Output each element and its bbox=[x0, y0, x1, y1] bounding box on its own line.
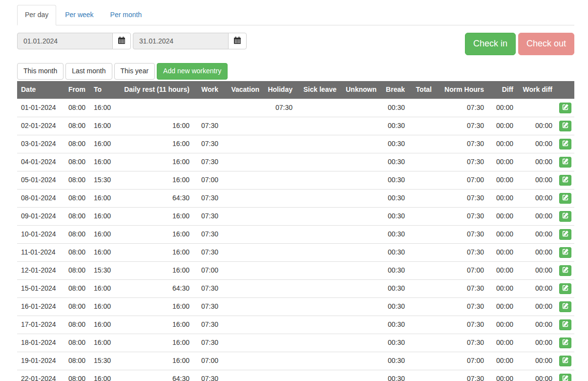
edit-workentry-button[interactable] bbox=[559, 283, 571, 294]
cell-work: 07:30 bbox=[193, 189, 222, 207]
cell-holiday bbox=[263, 135, 296, 153]
edit-workentry-button[interactable] bbox=[559, 356, 571, 366]
cell-daily-rest-11-hours: 16:00 bbox=[120, 243, 193, 261]
table-row: 19-01-202408:0015:3016:0007:0000:3007:00… bbox=[17, 352, 574, 370]
edit-workentry-button[interactable] bbox=[559, 193, 571, 204]
cell-daily-rest-11-hours bbox=[120, 99, 193, 117]
cell-sick-leave bbox=[296, 171, 340, 189]
cell-to: 16:00 bbox=[90, 279, 120, 297]
cell-break: 00:30 bbox=[380, 171, 409, 189]
cell-work: 07:30 bbox=[193, 316, 222, 334]
tab-per-week-label[interactable]: Per week bbox=[57, 5, 101, 25]
cell-edit bbox=[556, 135, 574, 153]
cell-diff: 00:00 bbox=[488, 316, 517, 334]
cell-edit bbox=[556, 297, 574, 316]
edit-icon bbox=[562, 104, 568, 112]
cell-vacation bbox=[222, 279, 263, 297]
edit-workentry-button[interactable] bbox=[559, 338, 571, 348]
cell-unknown bbox=[340, 117, 380, 135]
edit-icon bbox=[562, 212, 568, 220]
cell-sick-leave bbox=[296, 334, 340, 352]
cell-work: 07:00 bbox=[193, 261, 222, 279]
tab-per-day[interactable]: Per day bbox=[17, 5, 57, 25]
cell-break: 00:30 bbox=[380, 297, 409, 316]
range-buttons: This month Last month This year Add new … bbox=[17, 63, 574, 80]
cell-holiday bbox=[263, 171, 296, 189]
cell-break: 00:30 bbox=[380, 316, 409, 334]
cell-break: 00:30 bbox=[380, 189, 409, 207]
date-from-calendar-button[interactable] bbox=[112, 33, 131, 49]
cell-work-diff: 00:00 bbox=[517, 189, 556, 207]
this-month-button[interactable]: This month bbox=[17, 63, 63, 80]
column-header-total: Total bbox=[409, 81, 436, 99]
edit-workentry-button[interactable] bbox=[559, 121, 571, 131]
cell-sick-leave bbox=[296, 243, 340, 261]
cell-from: 08:00 bbox=[64, 261, 90, 279]
cell-to: 16:00 bbox=[90, 370, 120, 381]
cell-to: 15:30 bbox=[90, 352, 120, 370]
cell-break: 00:30 bbox=[380, 334, 409, 352]
date-to-calendar-button[interactable] bbox=[228, 33, 247, 49]
cell-norm-hours: 07:30 bbox=[436, 153, 488, 171]
cell-work bbox=[193, 99, 222, 117]
column-header-daily-rest-11-hours: Daily rest (11 hours) bbox=[120, 81, 193, 99]
table-row: 08-01-202408:0016:0064:3007:3000:3007:30… bbox=[17, 189, 574, 207]
cell-sick-leave bbox=[296, 135, 340, 153]
edit-workentry-button[interactable] bbox=[559, 301, 571, 312]
cell-sick-leave bbox=[296, 370, 340, 381]
cell-norm-hours: 07:30 bbox=[436, 243, 488, 261]
edit-icon bbox=[562, 375, 568, 381]
cell-holiday bbox=[263, 225, 296, 243]
last-month-button[interactable]: Last month bbox=[65, 63, 112, 80]
table-row: 22-01-202408:0016:0064:3007:3000:3007:30… bbox=[17, 370, 574, 381]
edit-workentry-button[interactable] bbox=[559, 103, 571, 113]
tab-per-month[interactable]: Per month bbox=[103, 5, 151, 25]
cell-work-diff bbox=[517, 99, 556, 117]
cell-date: 16-01-2024 bbox=[17, 297, 64, 316]
cell-holiday bbox=[263, 117, 296, 135]
tab-per-day-label[interactable]: Per day bbox=[17, 5, 56, 25]
edit-workentry-button[interactable] bbox=[559, 175, 571, 186]
edit-workentry-button[interactable] bbox=[559, 211, 571, 222]
check-out-button[interactable]: Check out bbox=[518, 33, 574, 55]
add-new-workentry-button[interactable]: Add new workentry bbox=[157, 63, 228, 80]
cell-total bbox=[409, 279, 436, 297]
cell-norm-hours: 07:30 bbox=[436, 189, 488, 207]
workentries-table: DateFromToDaily rest (11 hours)WorkVacat… bbox=[17, 81, 574, 381]
cell-diff: 00:00 bbox=[488, 99, 517, 117]
cell-break: 00:30 bbox=[380, 207, 409, 225]
cell-unknown bbox=[340, 207, 380, 225]
cell-from: 08:00 bbox=[64, 189, 90, 207]
cell-norm-hours: 07:00 bbox=[436, 261, 488, 279]
tab-per-month-label[interactable]: Per month bbox=[103, 5, 150, 25]
edit-workentry-button[interactable] bbox=[559, 247, 571, 258]
cell-holiday bbox=[263, 207, 296, 225]
cell-norm-hours: 07:30 bbox=[436, 316, 488, 334]
cell-work: 07:30 bbox=[193, 297, 222, 316]
cell-work-diff: 00:00 bbox=[517, 117, 556, 135]
edit-workentry-button[interactable] bbox=[559, 229, 571, 240]
date-from-input[interactable] bbox=[17, 33, 113, 49]
cell-break: 00:30 bbox=[380, 243, 409, 261]
edit-workentry-button[interactable] bbox=[559, 374, 571, 381]
table-row: 09-01-202408:0016:0016:0007:3000:3007:30… bbox=[17, 207, 574, 225]
edit-workentry-button[interactable] bbox=[559, 319, 571, 330]
cell-date: 03-01-2024 bbox=[17, 135, 64, 153]
cell-from: 08:00 bbox=[64, 117, 90, 135]
cell-date: 11-01-2024 bbox=[17, 243, 64, 261]
edit-workentry-button[interactable] bbox=[559, 265, 571, 276]
cell-vacation bbox=[222, 117, 263, 135]
edit-workentry-button[interactable] bbox=[559, 139, 571, 149]
cell-work-diff: 00:00 bbox=[517, 261, 556, 279]
date-to-input[interactable] bbox=[133, 33, 229, 49]
edit-workentry-button[interactable] bbox=[559, 157, 571, 168]
cell-to: 16:00 bbox=[90, 243, 120, 261]
this-year-button[interactable]: This year bbox=[114, 63, 155, 80]
cell-work: 07:30 bbox=[193, 135, 222, 153]
cell-date: 08-01-2024 bbox=[17, 189, 64, 207]
check-in-button[interactable]: Check in bbox=[465, 33, 516, 55]
cell-from: 08:00 bbox=[64, 225, 90, 243]
edit-icon bbox=[562, 267, 568, 275]
tab-per-week[interactable]: Per week bbox=[57, 5, 102, 25]
cell-norm-hours: 07:00 bbox=[436, 171, 488, 189]
